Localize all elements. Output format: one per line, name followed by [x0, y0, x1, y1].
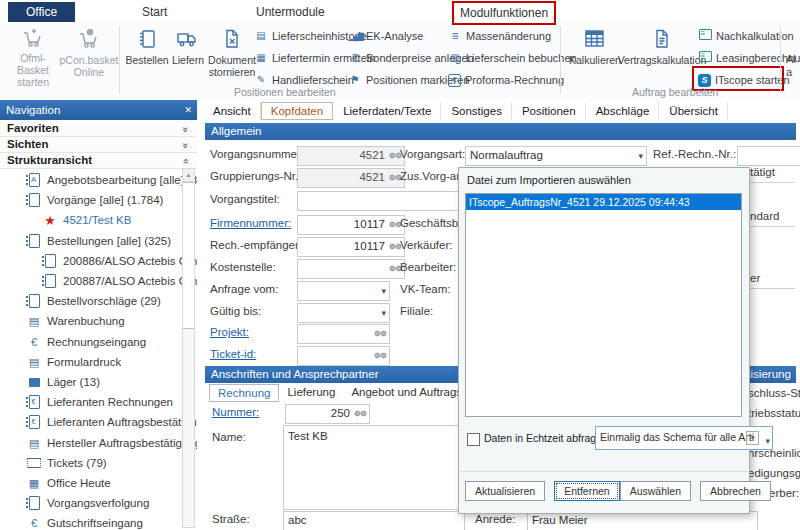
field-label: Name: [212, 431, 246, 443]
chevron-down-icon[interactable] [381, 305, 386, 322]
liefern-button[interactable]: Liefern [170, 24, 206, 88]
tree-item[interactable]: Tickets (79) [0, 453, 182, 473]
projekt-link[interactable]: Projekt: [210, 326, 249, 338]
tree-item[interactable]: Lieferanten Rechnungen [0, 392, 182, 412]
ticket-id-field[interactable] [297, 346, 390, 366]
name-textarea[interactable]: Test KB [283, 425, 465, 510]
lieferschein-bebuchen-button[interactable]: Lieferschein bebuchen [448, 49, 577, 67]
ek-analyse-button[interactable]: EK-Analyse [348, 27, 423, 45]
tab-uebersicht[interactable]: Übersicht [659, 102, 728, 120]
tree-item[interactable]: Gutschriftseingang [0, 513, 182, 530]
strasse-field[interactable]: abc [283, 511, 465, 530]
field-label: Gruppierungs-Nr.: [210, 170, 301, 182]
structure-tree: Angebotsbearbeitung [alle] (808) Vorgäng… [0, 168, 182, 530]
vertragskalkulation-button[interactable]: Vertragskalkulation [626, 24, 698, 88]
chevron-down-icon[interactable] [638, 148, 643, 165]
tree-item[interactable]: 200886/ALSO Actebis GmbH [0, 251, 182, 271]
tab-abschlaege[interactable]: Abschläge [586, 102, 660, 120]
file-list[interactable]: ITscope_AuftragsNr_4521 29.12.2025 09:44… [465, 193, 742, 417]
expand-more-icon[interactable] [746, 431, 759, 445]
massenaenderung-button[interactable]: Massenänderung [448, 27, 551, 45]
tab-sonstiges[interactable]: Sonstiges [441, 102, 512, 120]
tree-item[interactable]: Warenbuchung [0, 311, 182, 331]
section-header-allgemein: Allgemein [205, 123, 796, 140]
firmennummer-link[interactable]: Firmennummer: [210, 217, 291, 229]
tree-item[interactable]: Angebotsbearbeitung [alle] (808) [0, 170, 182, 190]
scroll-up-icon[interactable] [183, 169, 194, 182]
nav-section-sichten[interactable]: Sichten [0, 137, 197, 153]
navigation-header: Navigation [0, 100, 197, 120]
tab-untermodule[interactable]: Untermodule [250, 2, 331, 22]
entfernen-button[interactable]: Entfernen [554, 481, 620, 501]
field-label: Ref.-Rechn.-Nr.: [653, 148, 736, 160]
ribbon-group-separator [560, 26, 561, 94]
proforma-rechnung-button[interactable]: € Proforma-Rechnung [448, 71, 564, 89]
search-binoculars-icon[interactable] [374, 329, 387, 338]
tree-item-selected[interactable]: 4521/Test KB [0, 210, 182, 230]
scrollbar-thumb[interactable] [183, 182, 194, 329]
aktualisieren-button[interactable]: Aktualisieren [465, 481, 545, 501]
nav-section-favoriten[interactable]: Favoriten [0, 121, 197, 137]
tree-item[interactable]: Rechnungseingang [0, 332, 182, 352]
tree-item[interactable]: Hersteller Auftragsbestätigungen [0, 433, 182, 453]
tree-item[interactable]: Lieferanten Auftragsbestätigungen [0, 412, 182, 432]
tab-modulfunktionen[interactable]: Modulfunktionen [452, 1, 556, 25]
field-label: Filiale: [400, 305, 433, 317]
search-binoculars-icon[interactable] [354, 409, 367, 418]
tree-scrollbar[interactable] [182, 168, 195, 528]
tab-positionen[interactable]: Positionen [512, 102, 586, 120]
tab-lieferdaten-texte[interactable]: Lieferdaten/Texte [333, 102, 441, 120]
euro-icon [27, 336, 41, 348]
tree-item[interactable]: Bestellungen [alle] (325) [0, 231, 182, 251]
abbrechen-button[interactable]: Abbrechen [700, 481, 771, 501]
bestellen-button[interactable]: Bestellen [124, 24, 170, 88]
field-label: Kostenstelle: [210, 261, 276, 273]
dokument-stornieren-button[interactable]: Dokument stornieren [206, 24, 258, 88]
tab-start[interactable]: Start [136, 2, 173, 22]
chevron-down-icon[interactable] [765, 431, 770, 450]
tree-item[interactable]: 200887/ALSO Actebis GmbH [0, 271, 182, 291]
application-window: Office Start Untermodule Modulfunktionen… [0, 0, 800, 530]
vorgangsart-dropdown[interactable]: Normalauftrag [465, 146, 647, 166]
pencil-icon [254, 73, 268, 87]
tab-ansicht[interactable]: Ansicht [203, 102, 261, 120]
vorgangsnummer-field[interactable]: 4521 [297, 146, 405, 166]
kalkulieren-button[interactable]: Kalkulieren [566, 24, 624, 88]
euro-icon [27, 517, 41, 529]
nav-section-strukturansicht[interactable]: Strukturansicht [0, 153, 197, 169]
tree-item[interactable]: Office Heute [0, 473, 182, 493]
import-file-dialog: Datei zum Importieren auswählen ITscope_… [458, 167, 750, 514]
tree-item[interactable]: Vorgänge [alle] (1.784) [0, 190, 182, 210]
tree-item[interactable]: Läger (13) [0, 372, 182, 392]
leasingberechnung-button[interactable]: Leasingberechnung [698, 49, 800, 67]
auswaehlen-button[interactable]: Auswählen [620, 481, 691, 501]
tree-item[interactable]: Bestellvorschläge (29) [0, 291, 182, 311]
nummer-link[interactable]: Nummer: [212, 406, 259, 418]
firmennummer-field[interactable]: 10117 [297, 215, 405, 235]
tree-item[interactable]: Formulardruck [0, 352, 182, 372]
file-list-item-selected[interactable]: ITscope_AuftragsNr_4521 29.12.2025 09:44… [466, 194, 741, 210]
chevron-down-icon[interactable] [381, 283, 386, 300]
close-icon[interactable] [184, 100, 192, 120]
realtime-checkbox[interactable] [467, 433, 480, 446]
pcon-basket-button[interactable]: pCon.basket Online [62, 24, 116, 88]
ofml-basket-button[interactable]: Ofml-Basket starten [6, 24, 60, 88]
rech-empfaenger-field[interactable]: 10117 [297, 237, 405, 257]
nummer-field[interactable]: 250 [285, 404, 370, 424]
field-label: Straße: [212, 513, 250, 525]
tab-rechnung[interactable]: Rechnung [209, 384, 279, 402]
anfrage-vom-dropdown[interactable] [297, 281, 390, 301]
projekt-field[interactable] [297, 324, 390, 344]
kostenstelle-field[interactable] [297, 259, 405, 279]
gruppierungs-nr-field[interactable]: 4521 [297, 168, 405, 188]
field-label: Anrede: [475, 513, 515, 525]
tab-kopfdaten[interactable]: Kopfdaten [261, 102, 333, 120]
ref-rechn-nr-field[interactable] [737, 146, 800, 166]
tree-item[interactable]: Vorgangsverfolgung [0, 493, 182, 513]
tab-lieferung[interactable]: Lieferung [279, 384, 343, 402]
tab-office[interactable]: Office [8, 2, 75, 22]
gueltig-bis-dropdown[interactable] [297, 303, 390, 323]
schema-dropdown[interactable]: Einmalig das Schema für alle Arti [595, 426, 773, 450]
ticket-id-link[interactable]: Ticket-id: [210, 348, 256, 360]
search-binoculars-icon[interactable] [374, 351, 387, 360]
